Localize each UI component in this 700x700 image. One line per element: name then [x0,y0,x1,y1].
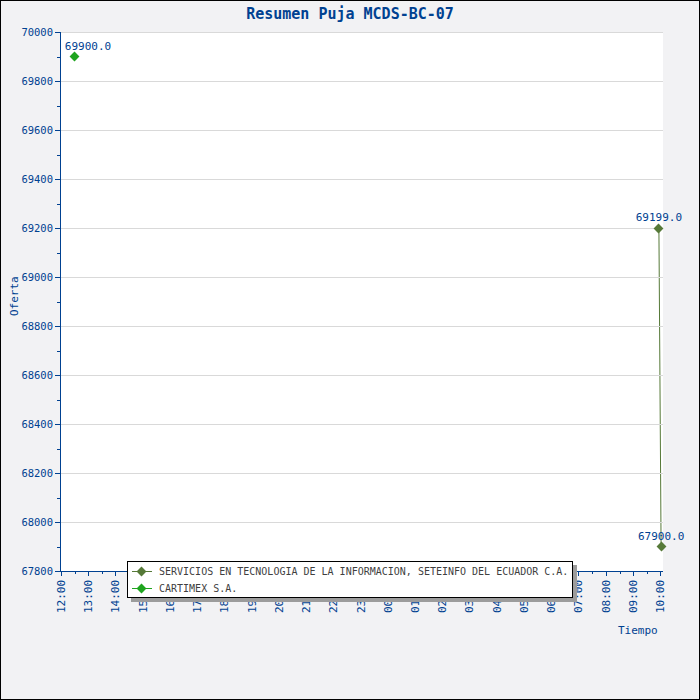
y-tick-label: 68400 [1,418,53,430]
x-minor-tick [620,572,621,574]
y-minor-tick [57,302,60,303]
x-tick-label: 07:00 [572,580,585,613]
legend-label: CARTIMEX S.A. [159,583,237,594]
legend-item: SERVICIOS EN TECNOLOGIA DE LA INFORMACIO… [132,563,572,580]
y-minor-tick [57,106,60,107]
y-tick [55,424,60,425]
x-tick [61,572,62,576]
chart-title: Resumen Puja MCDS-BC-07 [1,5,699,23]
x-minor-tick [592,572,593,574]
plot-area [60,32,663,572]
legend-diamond [137,567,147,577]
y-tick-label: 68600 [1,369,53,381]
y-tick-label: 69000 [1,271,53,283]
y-minor-tick [57,204,60,205]
x-tick [606,572,607,576]
y-tick [55,32,60,33]
x-tick [578,572,579,576]
gridline [61,522,663,523]
y-tick [55,522,60,523]
y-tick-label: 68800 [1,320,53,332]
gridline [61,473,663,474]
legend-item: CARTIMEX S.A. [132,580,572,597]
y-minor-tick [57,498,60,499]
gridline [61,130,663,131]
x-tick-label: 12:00 [55,580,68,613]
y-tick [55,81,60,82]
y-minor-tick [57,547,60,548]
gridline [61,326,663,327]
bid-summary-chart: Resumen Puja MCDS-BC-07 Oferta Tiempo SE… [0,0,700,700]
y-minor-tick [57,57,60,58]
gridline [61,179,663,180]
y-tick [55,571,60,572]
y-tick-label: 69600 [1,124,53,136]
y-tick [55,179,60,180]
y-tick-label: 69800 [1,75,53,87]
data-point-label: 67900.0 [636,530,686,543]
x-tick [660,572,661,576]
x-tick [633,572,634,576]
y-tick-label: 68000 [1,516,53,528]
x-tick-label: 14:00 [109,580,122,613]
legend: SERVICIOS EN TECNOLOGIA DE LA INFORMACIO… [127,561,573,598]
legend-diamond [137,584,147,594]
x-minor-tick [102,572,103,574]
gridline [61,81,663,82]
data-point-label: 69199.0 [634,211,684,224]
y-tick [55,277,60,278]
y-tick-label: 67800 [1,565,53,577]
y-tick-label: 68200 [1,467,53,479]
y-tick [55,473,60,474]
y-tick [55,326,60,327]
gridline [61,424,663,425]
gridline [61,277,663,278]
y-minor-tick [57,155,60,156]
x-tick-label: 08:00 [600,580,613,613]
y-tick [55,228,60,229]
diamond-icon [132,584,152,593]
y-minor-tick [57,351,60,352]
y-minor-tick [57,449,60,450]
gridline [61,375,663,376]
x-tick-label: 10:00 [654,580,667,613]
x-minor-tick [75,572,76,574]
x-tick-label: 13:00 [82,580,95,613]
y-tick [55,375,60,376]
gridline [61,228,663,229]
y-tick [55,130,60,131]
y-tick-label: 70000 [1,26,53,38]
data-point-label: 69900.0 [63,40,113,53]
diamond-icon [132,567,152,576]
y-tick-label: 69200 [1,222,53,234]
x-axis-title: Tiempo [618,624,658,637]
x-tick [88,572,89,576]
x-tick [115,572,116,576]
gridline [61,32,663,33]
y-minor-tick [57,400,60,401]
x-minor-tick [647,572,648,574]
x-tick-label: 09:00 [627,580,640,613]
y-minor-tick [57,253,60,254]
legend-label: SERVICIOS EN TECNOLOGIA DE LA INFORMACIO… [159,566,568,577]
y-tick-label: 69400 [1,173,53,185]
